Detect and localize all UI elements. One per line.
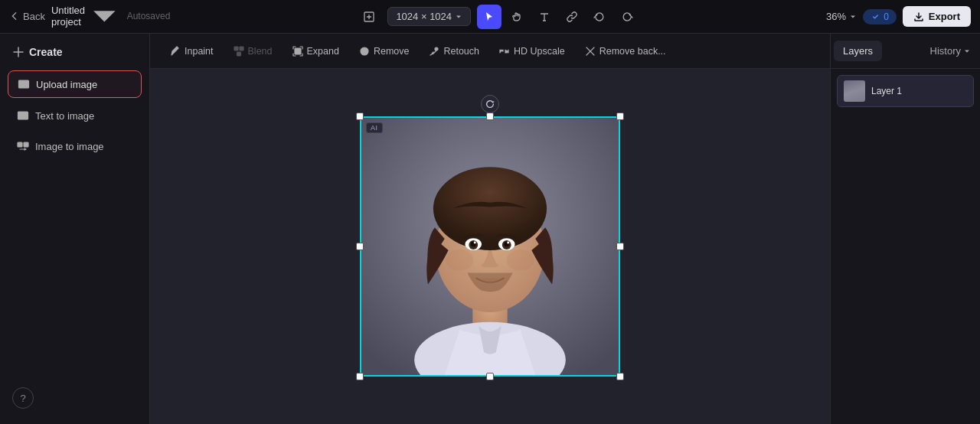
remove-label: Remove [374, 46, 410, 57]
svg-point-25 [446, 250, 474, 271]
svg-rect-4 [18, 142, 22, 147]
handle-bot-left[interactable] [356, 373, 364, 380]
layer-item[interactable]: Layer 1 [837, 75, 974, 107]
canvas-area: Inpaint Blend Expand [150, 34, 830, 424]
toolbar-strip: Inpaint Blend Expand [150, 34, 830, 69]
right-tabs: Layers History [831, 34, 980, 69]
canvas-viewport[interactable]: AI [150, 69, 830, 424]
zoom-selector[interactable]: 36% [826, 11, 857, 22]
back-button[interactable]: Back [9, 11, 45, 22]
handle-mid-left[interactable] [356, 243, 364, 250]
hd-upscale-btn[interactable]: HD Upscale [492, 42, 573, 60]
link-tool-btn[interactable] [560, 5, 584, 29]
svg-point-24 [507, 242, 509, 244]
tab-layers[interactable]: Layers [834, 41, 882, 61]
select-tool-btn[interactable] [477, 5, 501, 29]
handle-top-mid[interactable] [486, 113, 494, 120]
handle-bot-mid[interactable] [486, 373, 494, 380]
rotate-handle[interactable] [481, 95, 499, 113]
svg-point-23 [474, 242, 476, 244]
canvas-size-selector[interactable]: 1024 × 1024 [387, 7, 471, 26]
sidebar-item-upload-image[interactable]: Upload image [8, 70, 142, 98]
retouch-label: Retouch [443, 46, 479, 57]
remove-back-label: Remove back... [599, 46, 666, 57]
portrait-illustration [361, 118, 619, 375]
handle-bot-right[interactable] [616, 373, 624, 380]
canvas-image: AI [360, 116, 620, 377]
inpaint-btn[interactable]: Inpaint [162, 42, 221, 60]
svg-point-1 [871, 12, 880, 21]
layers-list: Layer 1 [831, 69, 980, 113]
history-tab-dropdown[interactable]: History [930, 45, 977, 57]
blend-btn[interactable]: Blend [226, 42, 280, 60]
sidebar-item-image-to-image[interactable]: Image to image [8, 133, 142, 159]
inpaint-label: Inpaint [185, 46, 214, 57]
handle-top-right[interactable] [616, 113, 624, 120]
project-name-text: Untitled project [51, 5, 85, 28]
history-tab-label: History [930, 45, 961, 57]
resize-icon-btn[interactable] [357, 5, 381, 29]
text-to-image-label: Text to image [35, 110, 94, 122]
svg-point-16 [433, 167, 547, 250]
left-sidebar: Create Upload image Text to image Image … [0, 34, 150, 424]
topbar: Back Untitled project Autosaved 1024 × 1… [0, 0, 980, 34]
help-button[interactable]: ? [12, 387, 34, 409]
right-sidebar: Layers History Layer 1 [830, 34, 980, 424]
ai-badge: AI [366, 122, 383, 133]
svg-rect-5 [24, 142, 28, 147]
credit-badge[interactable]: 0 [863, 9, 897, 24]
handle-top-left[interactable] [356, 113, 364, 120]
svg-point-26 [507, 250, 534, 271]
topbar-center: 1024 × 1024 [178, 5, 818, 29]
hd-upscale-label: HD Upscale [514, 46, 565, 57]
back-label: Back [23, 11, 45, 22]
layer-thumbnail [844, 80, 865, 102]
sidebar-header: Create [8, 43, 142, 66]
svg-rect-6 [234, 47, 238, 51]
sidebar-footer: ? [8, 381, 142, 415]
layer-name: Layer 1 [871, 86, 902, 96]
layers-tab-label: Layers [843, 45, 873, 57]
retouch-btn[interactable]: Retouch [421, 42, 487, 60]
topbar-left: Back Untitled project Autosaved [9, 0, 170, 33]
svg-rect-8 [237, 52, 240, 56]
svg-rect-7 [240, 47, 243, 51]
export-button[interactable]: Export [903, 6, 971, 27]
export-label: Export [929, 11, 960, 22]
image-to-image-label: Image to image [35, 141, 104, 152]
expand-btn[interactable]: Expand [285, 42, 347, 60]
main-area: Create Upload image Text to image Image … [0, 34, 980, 424]
redo-btn[interactable] [615, 5, 639, 29]
sidebar-header-label: Create [29, 46, 63, 58]
canvas-size-label: 1024 × 1024 [396, 11, 452, 22]
handle-mid-right[interactable] [616, 243, 624, 250]
svg-rect-3 [18, 112, 28, 119]
zoom-label: 36% [826, 11, 846, 22]
text-tool-btn[interactable] [532, 5, 557, 29]
remove-back-btn[interactable]: Remove back... [577, 42, 674, 60]
remove-btn[interactable]: Remove [351, 42, 417, 60]
autosaved-label: Autosaved [127, 11, 171, 21]
expand-label: Expand [307, 46, 339, 57]
undo-btn[interactable] [587, 5, 612, 29]
credit-count: 0 [884, 11, 889, 22]
hand-tool-btn[interactable] [505, 5, 529, 29]
svg-rect-9 [295, 48, 301, 54]
tool-icons [477, 5, 639, 29]
upload-image-label: Upload image [36, 79, 97, 90]
canvas-image-container: AI [360, 116, 620, 377]
svg-point-11 [435, 47, 438, 51]
project-name[interactable]: Untitled project [51, 0, 121, 33]
topbar-right: 36% 0 Export [826, 6, 971, 27]
blend-label: Blend [248, 46, 273, 57]
sidebar-item-text-to-image[interactable]: Text to image [8, 103, 142, 129]
